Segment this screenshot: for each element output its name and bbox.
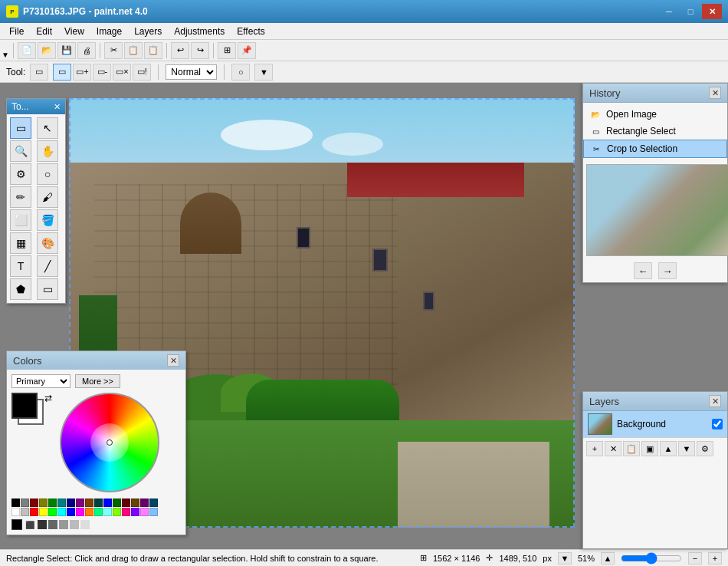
palette-navy[interactable]	[67, 499, 75, 507]
selection-subtract[interactable]: ▭-	[93, 64, 111, 81]
history-item-select[interactable]: ▭ Rectangle Select	[583, 123, 727, 140]
menu-image[interactable]: Image	[90, 25, 128, 38]
maximize-button[interactable]: □	[680, 4, 700, 19]
palette-cyan[interactable]	[57, 508, 66, 516]
tool-recolor[interactable]: 🎨	[37, 232, 58, 254]
undo-button[interactable]: ↩	[171, 42, 189, 59]
palette-orange[interactable]	[85, 508, 93, 516]
palette-teal[interactable]	[57, 499, 66, 507]
tool-lasso[interactable]: ○	[37, 163, 58, 185]
layer-merge-button[interactable]: ▣	[641, 441, 658, 456]
palette-spring[interactable]	[94, 508, 103, 516]
tool-selection[interactable]: ▭	[37, 278, 58, 300]
tool-line[interactable]: ╱	[37, 255, 58, 277]
palette-white[interactable]	[11, 508, 20, 516]
palette-purple[interactable]	[76, 499, 84, 507]
palette-brown[interactable]	[85, 499, 93, 507]
history-close-button[interactable]: ✕	[709, 87, 721, 99]
colors-close-button[interactable]: ✕	[167, 354, 179, 367]
print-button[interactable]: 🖨	[77, 42, 96, 59]
history-redo-button[interactable]: →	[658, 262, 677, 279]
selection-add[interactable]: ▭+	[73, 64, 91, 81]
color-bar-5[interactable]	[80, 520, 90, 529]
close-button[interactable]: ✕	[702, 4, 722, 19]
palette-lime[interactable]	[48, 508, 57, 516]
flood-dropdown[interactable]: ▼	[254, 64, 273, 81]
tool-paintbrush[interactable]: 🖌	[37, 186, 58, 208]
redo-button[interactable]: ↪	[191, 42, 209, 59]
palette-dkred[interactable]	[122, 499, 130, 507]
tool-zoom[interactable]: 🔍	[10, 140, 31, 162]
cut-button[interactable]: ✂	[104, 42, 123, 59]
thumbnail-dropdown[interactable]: ▼	[2, 51, 9, 59]
tool-mode-icon[interactable]: ▭	[30, 64, 48, 81]
zoom-out-button[interactable]: ▼	[558, 552, 572, 564]
palette-pink[interactable]	[122, 508, 130, 516]
history-undo-button[interactable]: ←	[634, 262, 652, 279]
open-button[interactable]: 📂	[38, 42, 56, 59]
zoom-plus-button[interactable]: +	[708, 552, 722, 564]
blend-mode-select[interactable]: Normal Multiply Screen	[166, 64, 217, 80]
tool-text[interactable]: T	[10, 255, 31, 277]
palette-ltgrn[interactable]	[113, 508, 121, 516]
zoom-in-button[interactable]: ▲	[601, 552, 615, 564]
tool-pencil[interactable]: ✏	[10, 186, 31, 208]
menu-layers[interactable]: Layers	[128, 25, 168, 38]
palette-gold[interactable]	[131, 499, 139, 507]
paste-button[interactable]: 📋	[144, 42, 162, 59]
toolbox-close-button[interactable]: ✕	[54, 102, 61, 112]
palette-red[interactable]	[30, 508, 38, 516]
color-mode-select[interactable]: Primary Secondary	[11, 374, 71, 388]
menu-view[interactable]: View	[58, 25, 90, 38]
history-item-crop[interactable]: ✂ Crop to Selection	[583, 140, 727, 158]
zoom-minus-button[interactable]: −	[688, 552, 702, 564]
layer-item-background[interactable]: Background	[583, 411, 727, 437]
palette-maroon[interactable]	[30, 499, 38, 507]
swap-colors-icon[interactable]: ⇄	[44, 393, 52, 403]
tool-magic-wand[interactable]: ⚙	[10, 163, 31, 185]
palette-ltcyan[interactable]	[103, 508, 112, 516]
palette-darkcy[interactable]	[94, 499, 103, 507]
palette-violet[interactable]	[131, 508, 139, 516]
grid-button[interactable]: ⊞	[218, 42, 236, 59]
menu-file[interactable]: File	[3, 25, 30, 38]
layer-add-button[interactable]: +	[586, 441, 603, 456]
palette-dkblu2[interactable]	[149, 499, 158, 507]
palette-ltblu[interactable]	[149, 508, 158, 516]
new-button[interactable]: 📄	[18, 42, 36, 59]
tool-shapes[interactable]: ⬟	[10, 278, 31, 300]
palette-blue[interactable]	[103, 499, 112, 507]
history-item-open[interactable]: 📂 Open Image	[583, 106, 727, 123]
palette-silver[interactable]	[21, 508, 29, 516]
palette-black[interactable]	[11, 499, 20, 507]
palette-green[interactable]	[48, 499, 57, 507]
layer-visibility-checkbox[interactable]	[712, 419, 723, 429]
palette-gray[interactable]	[21, 499, 29, 507]
color-bar-4[interactable]	[70, 520, 79, 529]
zoom-slider[interactable]	[621, 552, 682, 564]
tool-gradient[interactable]: ▦	[10, 232, 31, 254]
palette-dkpurp[interactable]	[140, 499, 149, 507]
color-wheel[interactable]	[60, 393, 159, 492]
flood-mode-btn[interactable]: ○	[231, 64, 250, 81]
palette-yellow[interactable]	[39, 508, 48, 516]
palette-blue2[interactable]	[67, 508, 75, 516]
layer-duplicate-button[interactable]: 📋	[623, 441, 640, 456]
color-bar-2[interactable]	[48, 520, 57, 529]
menu-adjustments[interactable]: Adjustments	[168, 25, 231, 38]
more-colors-button[interactable]: More >>	[75, 374, 120, 388]
selection-replace[interactable]: ▭	[53, 64, 71, 81]
palette-dkgrn[interactable]	[113, 499, 121, 507]
color-bar-3[interactable]	[59, 520, 68, 529]
palette-magenta[interactable]	[76, 508, 84, 516]
color-bar-1[interactable]	[38, 520, 47, 529]
menu-effects[interactable]: Effects	[231, 25, 271, 38]
tool-paint-bucket[interactable]: 🪣	[37, 209, 58, 231]
layer-delete-button[interactable]: ✕	[605, 441, 621, 456]
ruler-button[interactable]: 📌	[238, 42, 256, 59]
layer-up-button[interactable]: ▲	[660, 441, 677, 456]
copy-button[interactable]: 📋	[124, 42, 143, 59]
tool-pan[interactable]: ✋	[37, 140, 58, 162]
layer-down-button[interactable]: ▼	[678, 441, 695, 456]
selection-intersect[interactable]: ▭×	[113, 64, 131, 81]
